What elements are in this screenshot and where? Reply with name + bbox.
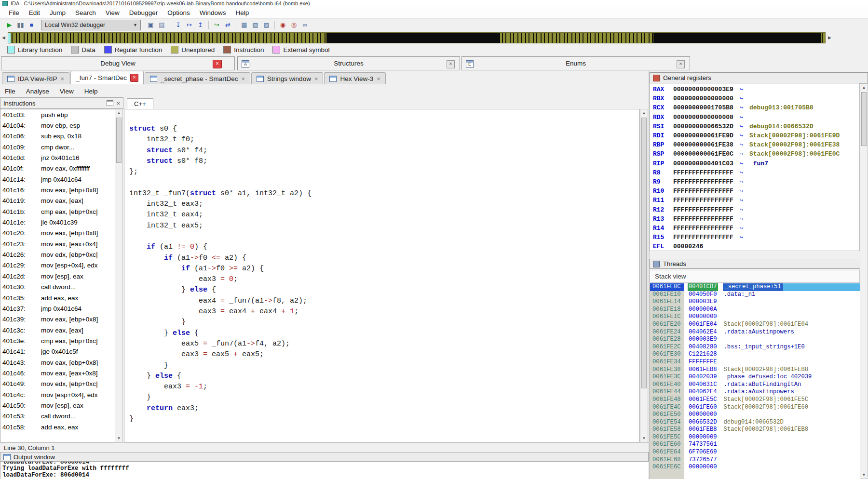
instruction-row[interactable]: 401c19:mov eax, [eax] (0, 196, 115, 206)
register-row-r12[interactable]: R12FFFFFFFFFFFFFFFF↪ (650, 205, 859, 214)
close-icon[interactable]: × (447, 60, 455, 68)
jump-arrow-icon[interactable]: ↪ (740, 141, 749, 148)
instruction-row[interactable]: 401c58:add eax, eax (0, 422, 115, 432)
step-into-icon[interactable]: ↧ (173, 20, 184, 30)
jump-arrow-icon[interactable]: ↪ (740, 178, 749, 186)
menu-item-jump[interactable]: Jump (50, 9, 66, 16)
step-over-icon[interactable]: ↦ (184, 20, 195, 30)
scroll-thumb[interactable] (641, 118, 647, 388)
refresh-memory-icon[interactable]: ⇄ (222, 20, 233, 30)
stack-link[interactable]: _secret_phase+51 (723, 283, 783, 291)
register-row-rbx[interactable]: RBX0000000000000000↪ (650, 94, 859, 103)
pause-process-icon[interactable]: ▮▮ (15, 20, 26, 30)
register-row-rcx[interactable]: RCX00000000001705B8↪debug013:001705B8 (650, 103, 859, 112)
stack-row[interactable]: 0061FE14000003E9 (650, 298, 860, 306)
stack-row[interactable]: 0061FE28000003E9 (650, 336, 860, 344)
scroll-down-icon[interactable]: ▼ (640, 435, 648, 442)
registers-list[interactable]: RAX00000000000003E9↪RBX0000000000000000↪… (650, 83, 860, 251)
stack-row[interactable]: 0061FE5C00000009 (650, 434, 860, 441)
instruction-row[interactable]: 401c0f:mov eax, 0xffffffff (0, 163, 115, 174)
instruction-row[interactable]: 401c43:mov eax, [ebp+0x8] (0, 357, 115, 368)
register-row-r10[interactable]: R10FFFFFFFFFFFFFFFF↪ (650, 186, 859, 196)
debug-menu-item-view[interactable]: View (60, 88, 74, 95)
nav-right-arrow-icon[interactable]: ▶ (827, 33, 833, 42)
jump-arrow-icon[interactable]: ↪ (740, 215, 749, 223)
stack-row[interactable]: 0061FE5000000000 (650, 411, 860, 419)
instruction-row[interactable]: 401c4c:mov [esp+0x4], edx (0, 389, 115, 400)
scroll-up-icon[interactable]: ▲ (640, 109, 648, 117)
stack-link[interactable]: .data:_n1 (724, 291, 756, 299)
register-link[interactable]: _fun7 (749, 160, 768, 167)
instruction-row[interactable]: 401c35:add eax, eax (0, 293, 115, 303)
stack-link[interactable]: Stack[00002F98]:0061FE04 (724, 321, 809, 329)
stack-row[interactable]: 0061FE540066532Ddebug014:0066532D (650, 419, 860, 426)
menu-item-view[interactable]: View (106, 9, 120, 16)
output-window[interactable]: loadDataForExe: 806d0014Trying loadDataF… (0, 462, 649, 479)
jump-arrow-icon[interactable]: ↪ (740, 123, 749, 130)
instruction-row[interactable]: 401c46:mov eax, [eax+0x8] (0, 368, 115, 378)
jump-arrow-icon[interactable]: ↪ (740, 95, 749, 102)
jump-arrow-icon[interactable]: ↪ (740, 197, 749, 204)
debugger-selector[interactable]: Local Win32 debugger ▼ (41, 20, 141, 30)
navigation-band[interactable] (8, 32, 826, 43)
stack-row[interactable]: 0061FE6C00000000 (650, 464, 860, 471)
add-breakpoint-icon[interactable]: ◉ (277, 20, 288, 30)
tab-cpp[interactable]: C++ (127, 98, 153, 109)
open-threads-icon[interactable]: ▨ (261, 20, 272, 30)
close-icon[interactable]: × (677, 60, 685, 68)
menu-item-help[interactable]: Help (235, 9, 249, 16)
jump-arrow-icon[interactable]: ↪ (740, 187, 749, 195)
instruction-row[interactable]: 401c26:mov edx, [ebp+0xc] (0, 249, 115, 260)
stack-row[interactable]: 0061FE24004062E4.rdata:aAustinpowers (650, 329, 860, 336)
open-hex-dump-icon[interactable]: ▦ (239, 20, 250, 30)
instruction-row[interactable]: 401c16:mov eax, [ebp+0x8] (0, 185, 115, 195)
continue-process-icon[interactable]: ▶ (4, 20, 15, 30)
scroll-down-icon[interactable]: ▼ (860, 471, 868, 479)
stack-link[interactable]: Stack[00002F98]:0061FEB8 (724, 426, 809, 434)
close-icon[interactable]: × (116, 100, 120, 107)
right-panel-scrollbar[interactable]: ▲ ▼ (860, 83, 868, 479)
jump-arrow-icon[interactable]: ↪ (740, 150, 749, 158)
stack-view[interactable]: 0061FE0C00401CB7_secret_phase+510061FE10… (650, 283, 860, 479)
menu-item-file[interactable]: File (9, 9, 19, 16)
jump-arrow-icon[interactable]: ↪ (740, 225, 749, 232)
instruction-row[interactable]: 401c49:mov edx, [ebp+0xc] (0, 379, 115, 389)
jump-arrow-icon[interactable]: ↪ (740, 104, 749, 111)
menu-item-edit[interactable]: Edit (29, 9, 40, 16)
register-row-rbp[interactable]: RBP000000000061FE38↪Stack[00002F98]:0061… (650, 140, 859, 149)
register-row-r13[interactable]: R13FFFFFFFFFFFFFFFF↪ (650, 214, 859, 224)
register-row-rdi[interactable]: RDI000000000061FE9D↪Stack[00002F98]:0061… (650, 131, 859, 140)
stack-row[interactable]: 0061FE480061FE5CStack[00002F98]:0061FE5C (650, 396, 860, 404)
close-icon[interactable]: × (242, 76, 245, 82)
scroll-up-icon[interactable]: ▲ (115, 109, 122, 117)
close-icon[interactable]: × (314, 76, 318, 82)
register-link[interactable]: Stack[00002F98]:0061FE9D (749, 132, 840, 139)
debug-menu-item-help[interactable]: Help (84, 88, 98, 95)
instruction-row[interactable]: 401c14:jmp 0x401c64 (0, 174, 115, 185)
decompiled-code-view[interactable]: struct s0 { int32_t f0; struct s0* f4; s… (124, 109, 640, 442)
register-row-rsp[interactable]: RSP000000000061FE0C↪Stack[00002F98]:0061… (650, 149, 859, 159)
menu-item-options[interactable]: Options (167, 9, 190, 16)
jump-arrow-icon[interactable]: ↪ (740, 86, 749, 93)
stack-link[interactable]: Stack[00002F98]:0061FE60 (724, 404, 809, 412)
tab-fun7-smartdec[interactable]: _fun7 - SmartDec× (70, 71, 144, 84)
register-row-rsi[interactable]: RSI000000000066532D↪debug014:0066532D (650, 122, 859, 131)
stack-link[interactable]: Stack[00002F98]:0061FE5C (724, 396, 809, 404)
tab-ida-view-rip[interactable]: IDA View-RIP× (2, 72, 69, 84)
instruction-row[interactable]: 401c29:mov [esp+0x4], edx (0, 260, 115, 271)
instruction-row[interactable]: 401c1e:jle 0x401c39 (0, 217, 115, 227)
stack-row[interactable]: 0061FE3C00402039_phase_defused:loc_40203… (650, 373, 860, 381)
stack-row[interactable]: 0061FE4C0061FE60Stack[00002F98]:0061FE60 (650, 404, 860, 412)
stack-link[interactable]: _phase_defused:loc_402039 (724, 373, 812, 381)
stack-link[interactable]: .bss:_input_strings+1E0 (724, 344, 805, 351)
float-panel-icon[interactable] (107, 100, 113, 106)
stack-row[interactable]: 0061FE30C1221628 (650, 351, 860, 359)
run-to-cursor-icon[interactable]: ↪ (211, 20, 222, 30)
register-row-r8[interactable]: R8FFFFFFFFFFFFFFFF↪ (650, 168, 859, 177)
watch-list-icon[interactable]: ∞ (299, 20, 311, 30)
instruction-row[interactable]: 401c37:jmp 0x401c64 (0, 303, 115, 314)
jump-arrow-icon[interactable]: ↪ (740, 160, 749, 167)
menu-item-debugger[interactable]: Debugger (129, 9, 158, 16)
instructions-scrollbar[interactable]: ▲ ▼ (115, 109, 123, 442)
instruction-row[interactable]: 401c0d:jnz 0x401c16 (0, 152, 115, 163)
